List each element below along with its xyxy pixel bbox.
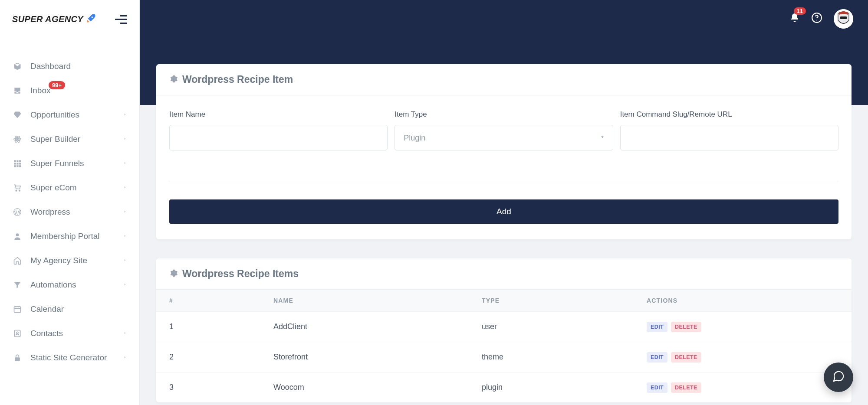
home-icon [12, 255, 23, 266]
sidebar-item-label: My Agency Site [30, 256, 123, 265]
item-slug-label: Item Command Slug/Remote URL [620, 110, 838, 119]
svg-point-20 [16, 332, 18, 333]
svg-point-14 [16, 190, 17, 191]
table-row: 3WoocompluginEDITDELETE [156, 372, 852, 402]
sidebar-item-label: Wordpress [30, 207, 123, 217]
menu-toggle-icon[interactable] [115, 15, 127, 24]
sidebar-item-super-builder[interactable]: Super Builder [0, 127, 139, 151]
sidebar-item-dashboard[interactable]: Dashboard [0, 54, 139, 78]
cell-type: plugin [482, 383, 647, 392]
form-card-header: Wordpress Recipe Item [156, 64, 852, 95]
grid-icon [12, 158, 23, 169]
delete-button[interactable]: DELETE [671, 382, 701, 393]
cell-type: theme [482, 353, 647, 362]
svg-rect-11 [14, 165, 16, 167]
diamond-icon [12, 110, 23, 120]
list-card-header: Wordpress Recipe Items [156, 258, 852, 290]
svg-point-1 [16, 138, 18, 140]
funnel-icon [12, 280, 23, 290]
sidebar-item-my-agency-site[interactable]: My Agency Site [0, 248, 139, 273]
sidebar-badge: 99+ [49, 81, 65, 89]
main: 11 Word [140, 0, 868, 405]
chevron-right-icon [123, 353, 127, 363]
sidebar-item-calendar[interactable]: Calendar [0, 297, 139, 321]
calendar-icon [12, 304, 23, 314]
sidebar-item-label: Contacts [30, 329, 123, 338]
sidebar-item-label: Automations [30, 280, 123, 290]
col-name: NAME [273, 297, 482, 304]
person-icon [12, 231, 23, 242]
sidebar-item-label: Inbox [30, 86, 127, 95]
gear-icon [169, 75, 178, 85]
cart-icon [12, 183, 23, 193]
sidebar-item-contacts[interactable]: Contacts [0, 321, 139, 346]
svg-point-17 [16, 233, 19, 236]
svg-rect-6 [16, 160, 18, 162]
cell-type: user [482, 322, 647, 331]
content: Wordpress Recipe Item Item Name Item Typ… [140, 37, 868, 405]
wordpress-icon [12, 207, 23, 217]
avatar[interactable] [834, 9, 853, 29]
help-button[interactable] [811, 12, 822, 25]
sidebar-item-label: Dashboard [30, 62, 127, 71]
cell-idx: 3 [169, 383, 273, 392]
edit-button[interactable]: EDIT [647, 382, 667, 393]
cell-name: AddClient [273, 322, 482, 331]
chat-fab[interactable] [824, 363, 853, 392]
chevron-right-icon [123, 183, 127, 193]
box-icon [12, 61, 23, 72]
item-type-select[interactable]: PluginThemeUser [395, 125, 613, 150]
chevron-right-icon [123, 207, 127, 217]
help-icon [811, 12, 822, 25]
add-button[interactable]: Add [169, 199, 838, 224]
item-name-input[interactable] [169, 125, 388, 150]
brand-logo[interactable]: SUPER AGENCY [12, 13, 96, 26]
cell-name: Storefront [273, 353, 482, 362]
svg-point-15 [19, 190, 20, 191]
rocket-icon [85, 13, 96, 26]
table-row: 1AddClientuserEDITDELETE [156, 311, 852, 342]
sidebar-item-label: Opportunities [30, 110, 123, 120]
sidebar-item-wordpress[interactable]: Wordpress [0, 200, 139, 224]
sidebar-item-automations[interactable]: Automations [0, 273, 139, 297]
svg-point-23 [816, 20, 817, 21]
item-type-label: Item Type [395, 110, 613, 119]
chevron-right-icon [123, 329, 127, 338]
cell-actions: EDITDELETE [647, 352, 838, 363]
cell-actions: EDITDELETE [647, 322, 838, 332]
chevron-right-icon [123, 280, 127, 290]
sidebar-item-super-funnels[interactable]: Super Funnels [0, 151, 139, 176]
cell-name: Woocom [273, 383, 482, 392]
svg-rect-12 [16, 165, 18, 167]
item-slug-input[interactable] [620, 125, 838, 150]
notifications-button[interactable]: 11 [789, 13, 800, 25]
delete-button[interactable]: DELETE [671, 322, 701, 332]
recipe-items-list-card: Wordpress Recipe Items # NAME TYPE ACTIO… [156, 258, 852, 402]
table-header: # NAME TYPE ACTIONS [156, 290, 852, 311]
edit-button[interactable]: EDIT [647, 322, 667, 332]
sidebar-item-super-ecom[interactable]: Super eCom [0, 176, 139, 200]
recipe-item-form-card: Wordpress Recipe Item Item Name Item Typ… [156, 64, 852, 239]
chevron-right-icon [123, 110, 127, 120]
sidebar-item-static-site-generator[interactable]: Static Site Generator [0, 346, 139, 370]
svg-rect-10 [19, 163, 21, 164]
sidebar-item-membership-portal[interactable]: Membership Portal [0, 224, 139, 248]
gear-icon [169, 269, 178, 279]
sidebar-item-inbox[interactable]: Inbox99+ [0, 78, 139, 103]
col-type: TYPE [482, 297, 647, 304]
chevron-right-icon [123, 159, 127, 168]
item-slug-group: Item Command Slug/Remote URL [620, 110, 838, 150]
contacts-icon [12, 328, 23, 339]
sidebar-nav: DashboardInbox99+OpportunitiesSuper Buil… [0, 37, 139, 370]
delete-button[interactable]: DELETE [671, 352, 701, 363]
divider [169, 182, 838, 182]
cell-idx: 1 [169, 322, 273, 331]
topbar: 11 [140, 0, 868, 37]
svg-rect-7 [19, 160, 21, 162]
col-idx: # [169, 297, 273, 304]
sidebar-item-opportunities[interactable]: Opportunities [0, 103, 139, 127]
svg-rect-13 [19, 165, 21, 167]
sidebar-item-label: Super Funnels [30, 159, 123, 168]
edit-button[interactable]: EDIT [647, 352, 667, 363]
inbox-icon [12, 85, 23, 96]
